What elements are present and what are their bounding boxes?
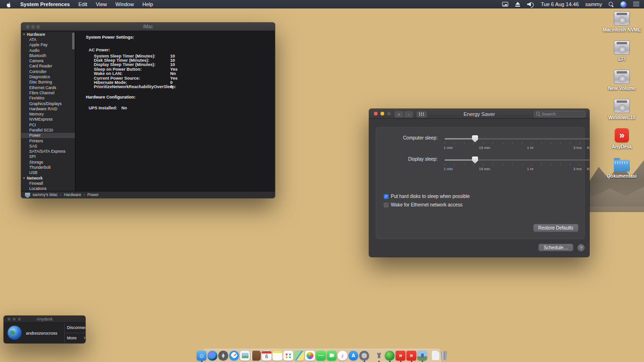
- slider-thumb[interactable]: [472, 156, 478, 164]
- menu-edit[interactable]: Edit: [78, 1, 87, 7]
- dock-item-image-viewer[interactable]: [417, 349, 427, 362]
- sidebar-item-card-reader[interactable]: Card Reader: [21, 64, 75, 69]
- sidebar-item-parallel-scsi[interactable]: Parallel SCSI: [21, 127, 75, 132]
- help-button[interactable]: ?: [578, 244, 585, 251]
- show-all-button[interactable]: [416, 111, 427, 118]
- slider-thumb[interactable]: [472, 135, 478, 142]
- close-button[interactable]: [374, 112, 378, 115]
- breadcrumb-item-power[interactable]: Power: [87, 192, 99, 197]
- dock-item-anydesk[interactable]: [396, 349, 405, 362]
- sidebar-item-bluetooth[interactable]: Bluetooth: [21, 53, 75, 58]
- dock-item-contacts[interactable]: [251, 349, 261, 362]
- menu-window[interactable]: Window: [116, 1, 134, 7]
- anydesk-status-icon[interactable]: [502, 2, 508, 7]
- eject-icon[interactable]: [515, 2, 520, 7]
- siri-icon[interactable]: [620, 1, 627, 8]
- sidebar-item-network[interactable]: ▼Network: [21, 175, 75, 181]
- sidebar-item-nvmexpress[interactable]: NVMExpress: [21, 117, 75, 122]
- close-button[interactable]: [8, 318, 10, 321]
- dock-item-trash[interactable]: [440, 349, 447, 362]
- checkbox[interactable]: [384, 203, 388, 207]
- schedule-button[interactable]: Schedule…: [538, 244, 573, 251]
- dock-item-maps[interactable]: [294, 349, 304, 362]
- menu-help[interactable]: Help: [142, 1, 153, 7]
- sidebar-item-memory[interactable]: Memory: [21, 111, 75, 116]
- sidebar-item-pci[interactable]: PCI: [21, 122, 75, 127]
- search-field[interactable]: Search: [534, 111, 586, 117]
- close-button[interactable]: [26, 25, 30, 29]
- more-button[interactable]: More ∨: [67, 336, 85, 340]
- scrollbar-thumb[interactable]: [72, 33, 74, 49]
- menu-app-name[interactable]: System Preferences: [20, 1, 70, 7]
- dock-item-finder[interactable]: [197, 349, 206, 362]
- sidebar-item-sas[interactable]: SAS: [21, 143, 75, 148]
- dock-item-anydesk-2[interactable]: [406, 349, 416, 362]
- dock-item-notes[interactable]: [272, 349, 282, 362]
- sidebar-item-usb[interactable]: USB: [21, 170, 75, 175]
- disclosure-triangle-icon[interactable]: ▼: [23, 33, 25, 36]
- sidebar-item-audio[interactable]: Audio: [21, 48, 75, 53]
- desktop-icon-dokumentasi[interactable]: Dokumentasi: [607, 157, 637, 179]
- energy-saver-titlebar[interactable]: ‹ › Energy Saver Search: [369, 109, 589, 119]
- dock-item-utility[interactable]: [374, 349, 384, 362]
- apple-menu-icon[interactable]: [6, 1, 12, 8]
- sidebar-item-apple-pay[interactable]: Apple Pay: [21, 42, 75, 48]
- dock-item-preview[interactable]: [240, 349, 250, 362]
- dock-item-calendar[interactable]: 6: [262, 349, 272, 362]
- sidebar-item-spi[interactable]: SPI: [21, 154, 75, 159]
- sidebar-item-sata-sata-express[interactable]: SATA/SATA Express: [21, 149, 75, 154]
- menu-user[interactable]: sammy: [586, 1, 602, 7]
- dock-item-safari[interactable]: [229, 349, 239, 362]
- sidebar-item-controller[interactable]: Controller: [21, 69, 75, 74]
- desktop-icon-new-volume[interactable]: New Volume: [608, 70, 636, 91]
- dock-item-app-store[interactable]: [348, 349, 358, 362]
- notification-center-icon[interactable]: [633, 2, 639, 7]
- forward-button[interactable]: ›: [404, 111, 413, 118]
- menu-view[interactable]: View: [96, 1, 107, 7]
- dock-item-launchpad[interactable]: [218, 349, 228, 362]
- sidebar-item-hardware-raid[interactable]: Hardware RAID: [21, 106, 75, 111]
- sidebar-item-thunderbolt[interactable]: Thunderbolt: [21, 165, 75, 170]
- checkbox-row-wake-for-ethernet-network-access[interactable]: Wake for Ethernet network access: [384, 202, 470, 207]
- breadcrumb-item-sammy-s-imac[interactable]: sammy's iMac: [33, 192, 58, 197]
- sidebar-item-diagnostics[interactable]: Diagnostics: [21, 74, 75, 79]
- system-info-titlebar[interactable]: iMac: [21, 23, 275, 31]
- checkbox-row-put-hard-disks-to-sleep-when-possible[interactable]: ✓Put hard disks to sleep when possible: [384, 194, 470, 199]
- zoom-button[interactable]: [18, 318, 21, 321]
- disconnect-button[interactable]: Disconnect: [67, 325, 85, 330]
- zoom-button[interactable]: [387, 112, 391, 115]
- sidebar-item-graphics-displays[interactable]: Graphics/Displays: [21, 101, 75, 106]
- dock-item-siri[interactable]: [207, 349, 217, 362]
- minimize-button[interactable]: [13, 318, 16, 321]
- restore-defaults-button[interactable]: Restore Defaults: [533, 224, 578, 232]
- sidebar-item-power[interactable]: Power: [21, 133, 75, 138]
- desktop-icon-efi[interactable]: EFI: [614, 41, 630, 62]
- slider-display-sleep[interactable]: 1 min15 min1 hr3 hrsNever: [445, 156, 589, 175]
- dock-item-messages[interactable]: [316, 349, 326, 362]
- dock-item-globe[interactable]: [385, 349, 395, 362]
- sidebar-item-hardware[interactable]: ▼Hardware: [21, 32, 75, 37]
- search-icon[interactable]: [609, 2, 614, 7]
- sidebar-item-fibre-channel[interactable]: Fibre Channel: [21, 90, 75, 95]
- checkbox[interactable]: ✓: [384, 194, 388, 199]
- volume-icon[interactable]: [527, 2, 534, 7]
- dock-item-photos[interactable]: [305, 349, 315, 362]
- sidebar-item-printers[interactable]: Printers: [21, 138, 75, 143]
- sidebar-item-disc-burning[interactable]: Disc Burning: [21, 80, 75, 85]
- dock-item-reminders[interactable]: [283, 349, 293, 362]
- sidebar-item-storage[interactable]: Storage: [21, 159, 75, 165]
- minimize-button[interactable]: [380, 112, 384, 115]
- minimize-button[interactable]: [31, 25, 35, 29]
- back-button[interactable]: ‹: [394, 111, 404, 118]
- desktop-icon-macintosh-nvme[interactable]: Macintosh NVME: [603, 11, 641, 33]
- disclosure-triangle-icon[interactable]: ▼: [23, 177, 25, 180]
- desktop-icon-anydesk[interactable]: AnyDesk: [612, 128, 632, 149]
- zoom-button[interactable]: [36, 25, 40, 29]
- desktop-icon-windows-10[interactable]: Windows 10: [608, 99, 636, 120]
- breadcrumb-item-hardware[interactable]: Hardware: [64, 192, 81, 197]
- sidebar-item-firewall[interactable]: Firewall: [21, 181, 75, 186]
- dock-item-facetime[interactable]: [327, 349, 337, 362]
- slider-computer-sleep[interactable]: 1 min15 min1 hr3 hrsNever: [445, 135, 589, 154]
- anydesk-titlebar[interactable]: Anydesk: [4, 316, 85, 323]
- menu-clock[interactable]: Tue 6 Aug 14.46: [541, 1, 578, 7]
